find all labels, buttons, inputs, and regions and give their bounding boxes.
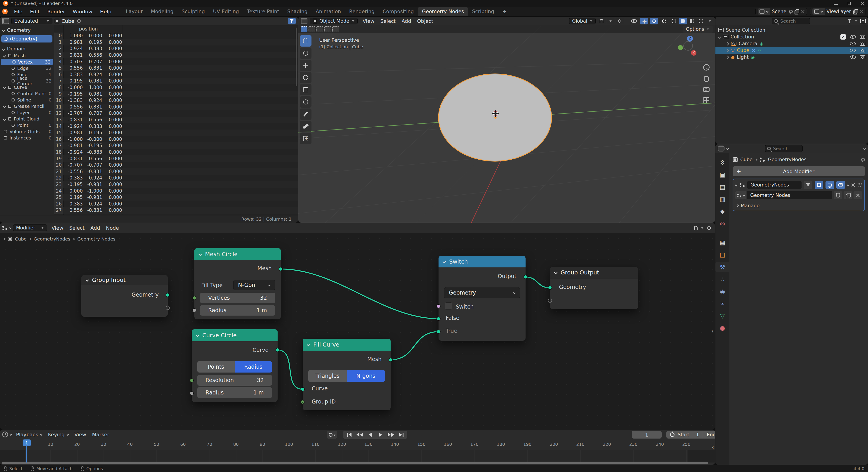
- tab-geometry-nodes[interactable]: Geometry Nodes: [418, 7, 468, 16]
- menu-select[interactable]: Select: [66, 225, 87, 231]
- scene-selector[interactable]: Scene: [755, 8, 807, 15]
- duplicate-node-group-button[interactable]: [844, 191, 852, 199]
- options-dropdown[interactable]: Options: [683, 26, 713, 33]
- manage-subpanel[interactable]: Manage: [735, 202, 862, 209]
- overlays-icon[interactable]: [707, 226, 711, 230]
- blender-menu-icon[interactable]: [2, 9, 8, 14]
- table-row[interactable]: 8-0.0001.0000.000: [54, 84, 298, 91]
- shading-wireframe-button[interactable]: [670, 18, 678, 24]
- domain-item-face-corner[interactable]: Face Corner32: [0, 78, 54, 84]
- data-type-dropdown[interactable]: Geometry: [444, 287, 520, 298]
- cursor-tool-button[interactable]: [300, 48, 311, 59]
- input-socket-geometry[interactable]: [548, 286, 552, 290]
- resolution-field[interactable]: Resolution 32: [197, 375, 272, 386]
- zoom-icon[interactable]: [703, 64, 710, 70]
- timeline-tracks[interactable]: [0, 450, 715, 463]
- filter-toggle-button[interactable]: [288, 18, 296, 24]
- table-row[interactable]: 11-0.5560.8310.000: [54, 104, 298, 110]
- menu-add[interactable]: Add: [399, 18, 414, 24]
- modifier-name-field[interactable]: GeometryNodes: [747, 181, 802, 189]
- properties-tab-view-layer[interactable]: ▥: [715, 194, 730, 204]
- disable-render-toggle[interactable]: [860, 55, 865, 59]
- render-display-toggle[interactable]: [836, 181, 845, 189]
- minimize-icon[interactable]: [834, 1, 838, 5]
- tab-layout[interactable]: Layout: [122, 7, 147, 16]
- current-frame-field[interactable]: 1: [632, 431, 662, 439]
- visibility-dropdown[interactable]: [630, 18, 638, 24]
- node-editor-type-icon[interactable]: [2, 226, 8, 230]
- collapse-node-icon[interactable]: [198, 252, 202, 256]
- tab-uv-editing[interactable]: UV Editing: [209, 7, 243, 16]
- axis-z-handle[interactable]: Z: [687, 36, 693, 41]
- menu-object[interactable]: Object: [414, 18, 436, 24]
- input-socket-true[interactable]: [436, 329, 440, 334]
- table-row[interactable]: 16-1.000-0.0000.000: [54, 136, 298, 143]
- jump-start-button[interactable]: [344, 431, 354, 438]
- chevron-down-icon[interactable]: [718, 35, 721, 39]
- search-input[interactable]: [773, 146, 800, 151]
- output-socket-mesh[interactable]: [279, 267, 283, 271]
- tab-compositing[interactable]: Compositing: [379, 7, 418, 16]
- tab-texture-paint[interactable]: Texture Paint: [243, 7, 283, 16]
- properties-editor-type-icon[interactable]: [718, 146, 724, 152]
- timeline-ruler[interactable]: 1020304050607080901001101201301401501601…: [0, 439, 715, 450]
- hide-eye-toggle[interactable]: [850, 35, 856, 39]
- menu-render[interactable]: Render: [43, 8, 68, 15]
- table-row[interactable]: 70.1950.9810.000: [54, 78, 298, 84]
- shading-solid-button[interactable]: [679, 18, 687, 24]
- outliner-row-camera[interactable]: Camera◉: [715, 40, 868, 47]
- table-row[interactable]: 21-0.556-0.8310.000: [54, 168, 298, 175]
- node-curve-circle[interactable]: Curve Circle Curve Points Radius Resolut…: [192, 329, 278, 402]
- gizmos-toggle-button[interactable]: [640, 18, 648, 24]
- on-cage-toggle[interactable]: [804, 181, 812, 189]
- select-mode-invert[interactable]: [324, 26, 331, 32]
- table-row[interactable]: 260.383-0.9240.000: [54, 200, 298, 207]
- playhead-frame-badge[interactable]: 1: [23, 439, 31, 446]
- domain-item-grease-pencil[interactable]: Grease Pencil: [0, 103, 54, 109]
- pin-icon[interactable]: [789, 10, 792, 13]
- jump-end-button[interactable]: [396, 431, 406, 438]
- add-modifier-button[interactable]: + Add Modifier: [733, 166, 865, 176]
- tab-sculpting[interactable]: Sculpting: [178, 7, 209, 16]
- collapse-node-icon[interactable]: [196, 334, 199, 337]
- prev-keyframe-button[interactable]: [354, 431, 365, 438]
- switch-checkbox[interactable]: [445, 303, 452, 310]
- menu-help[interactable]: Help: [96, 8, 115, 15]
- domain-item-vertex[interactable]: Vertex32: [1, 59, 53, 65]
- virtual-socket[interactable]: [548, 298, 552, 303]
- remove-view-layer-icon[interactable]: [860, 10, 863, 13]
- new-view-layer-icon[interactable]: [853, 9, 857, 14]
- geometry-section[interactable]: Geometry: [0, 25, 54, 34]
- pin-icon[interactable]: [861, 158, 864, 161]
- collapse-node-icon[interactable]: [307, 343, 310, 347]
- spreadsheet-scrollbar[interactable]: [296, 28, 297, 86]
- geometry-dataset-item[interactable]: (Geometry): [1, 35, 53, 42]
- fake-user-shield-button[interactable]: [834, 191, 842, 199]
- outliner-row-collection[interactable]: Collection✓: [715, 33, 868, 40]
- disable-render-toggle[interactable]: [860, 35, 865, 39]
- domain-item-control-point[interactable]: Control Point0: [0, 90, 54, 97]
- hide-eye-toggle[interactable]: [850, 49, 856, 52]
- tab-rendering[interactable]: Rendering: [345, 7, 379, 16]
- domain-item-mesh[interactable]: Mesh: [0, 53, 54, 59]
- add-workspace-button[interactable]: +: [499, 7, 510, 15]
- mode-dropdown[interactable]: Object Mode: [310, 18, 358, 24]
- input-socket-resolution[interactable]: [190, 378, 194, 382]
- properties-tab-output[interactable]: ▤: [715, 182, 730, 192]
- axis-y-handle[interactable]: [678, 45, 683, 50]
- menu-window[interactable]: Window: [69, 8, 96, 15]
- outliner-search[interactable]: [772, 18, 810, 24]
- node-tree-type-dropdown[interactable]: Modifier: [13, 224, 47, 231]
- disable-render-toggle[interactable]: [860, 49, 865, 53]
- overlays-toggle-button[interactable]: [650, 18, 658, 24]
- properties-tab-collection[interactable]: ▦: [715, 238, 730, 248]
- table-row[interactable]: 23-0.195-0.9810.000: [54, 181, 298, 188]
- vertices-field[interactable]: Vertices 32: [200, 293, 275, 303]
- node-group-name-field[interactable]: Geometry Nodes: [747, 191, 832, 199]
- chevron-right-icon[interactable]: [3, 238, 5, 240]
- close-icon[interactable]: [861, 1, 865, 5]
- select-mode-subtract[interactable]: [316, 26, 323, 32]
- table-row[interactable]: 240.000-1.0000.000: [54, 188, 298, 194]
- chevron-right-icon[interactable]: [726, 55, 730, 59]
- exclude-checkbox[interactable]: ✓: [840, 34, 846, 39]
